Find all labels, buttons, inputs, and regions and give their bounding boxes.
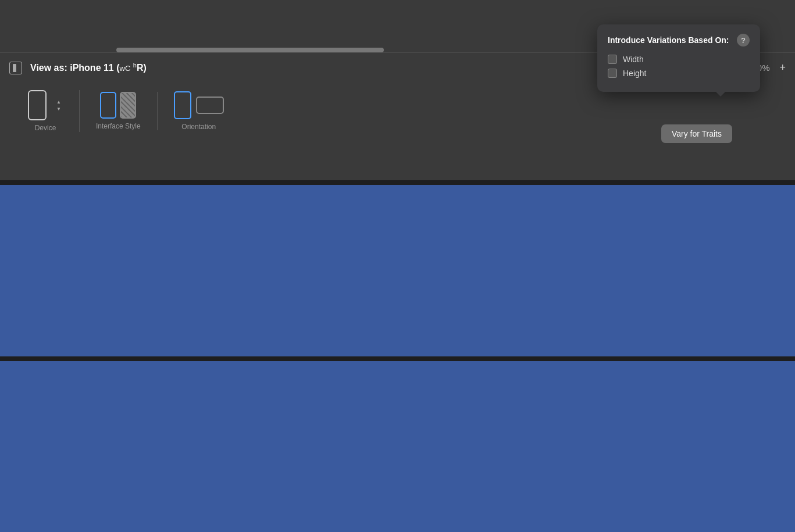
interface-section-1: Interface Style — [80, 92, 158, 130]
panel-3: View as: iPhone 11 (wC hR) − 50% + ⟳ ⊞ ⊡… — [0, 361, 795, 532]
phone-icon-1 — [28, 90, 47, 120]
width-checkbox-1[interactable] — [608, 55, 617, 64]
height-checkbox-row-1[interactable]: Height — [608, 69, 750, 78]
panel-separator-2 — [0, 356, 795, 361]
help-button-1[interactable]: ? — [737, 34, 750, 47]
vary-traits-button-1[interactable]: Vary for Traits — [661, 124, 732, 143]
sidebar-toggle-1[interactable] — [9, 62, 22, 74]
orientation-section-1: Orientation — [158, 91, 240, 131]
panel-2: View as: iPhone 11 (wC hR) − 50% + ▲ ▼ V… — [0, 185, 795, 356]
orient-landscape-icon-1[interactable] — [196, 97, 224, 114]
panel-1: View as: iPhone 11 (wC hR) − 50% + ▲ ▼ D… — [0, 0, 795, 180]
stepper-down-1[interactable]: ▼ — [55, 106, 63, 112]
interface-label-1: Interface Style — [96, 122, 141, 130]
device-label-1: Device — [35, 124, 56, 132]
interface-light-icon-1[interactable] — [100, 92, 116, 119]
width-checkbox-row-1[interactable]: Width — [608, 55, 750, 64]
width-label-1: Width — [623, 55, 644, 64]
orient-portrait-icon-1[interactable] — [174, 91, 191, 119]
scrollbar-thumb-1[interactable] — [116, 48, 384, 52]
height-label-1: Height — [623, 69, 646, 78]
orientation-label-1: Orientation — [181, 123, 216, 131]
stepper-up-1[interactable]: ▲ — [55, 99, 63, 105]
popup-header-1: Introduce Variations Based On: ? — [608, 34, 750, 47]
sidebar-toggle-icon-1 — [13, 64, 16, 72]
interface-dark-icon-1[interactable] — [120, 92, 136, 119]
popup-1: Introduce Variations Based On: ? Width H… — [597, 24, 760, 92]
zoom-plus-1[interactable]: + — [779, 62, 786, 74]
popup-title-1: Introduce Variations Based On: — [608, 35, 729, 45]
device-stepper-1[interactable]: ▲ ▼ — [55, 99, 63, 112]
height-checkbox-1[interactable] — [608, 69, 617, 78]
device-section-1: ▲ ▼ Device — [12, 90, 80, 132]
panel-separator-1 — [0, 180, 795, 185]
